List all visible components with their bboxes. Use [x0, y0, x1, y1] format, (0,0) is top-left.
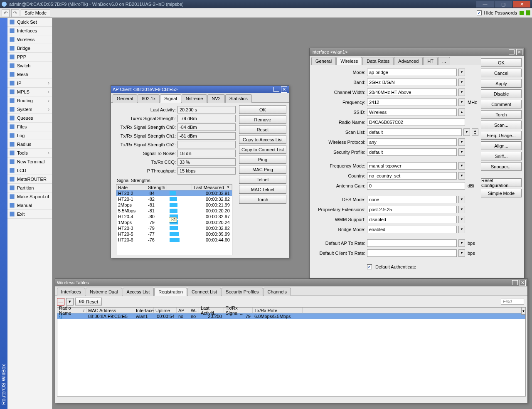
- table-row[interactable]: HT20-1-8200:00:32.82: [116, 196, 232, 202]
- sidebar-item-radius[interactable]: Radius: [7, 140, 52, 149]
- tab-signal[interactable]: Signal: [160, 94, 181, 103]
- registration-grid[interactable]: Radio Name /MAC AddressInterfaceUptimeAP…: [57, 307, 526, 397]
- table-row[interactable]: HT20-5-7700:00:39.99: [116, 231, 232, 237]
- sidebar-item-exit[interactable]: Exit: [7, 210, 52, 219]
- signal-strengths-grid[interactable]: RateStrengthLast Measured▼ HT20-2-8400:0…: [116, 184, 232, 255]
- column-header[interactable]: W...: [189, 308, 199, 313]
- field-input[interactable]: 20/40MHz HT Above: [367, 89, 457, 96]
- tab--[interactable]: ...: [438, 57, 450, 65]
- copy-to-access-list-button[interactable]: Copy to Access List: [239, 135, 286, 144]
- field-input[interactable]: manual txpower: [367, 162, 457, 170]
- tab-nstreme[interactable]: Nstreme: [182, 94, 207, 103]
- comment-button[interactable]: Comment: [481, 100, 522, 108]
- remove-button[interactable]: Remove: [239, 115, 286, 124]
- ok-button[interactable]: OK: [239, 105, 286, 114]
- mac-telnet-button[interactable]: MAC Telnet: [239, 185, 286, 194]
- tab-nstreme-dual[interactable]: Nstreme Dual: [86, 288, 122, 296]
- dropdown-icon[interactable]: ▼: [458, 89, 465, 96]
- sidebar-item-queues[interactable]: Queues: [7, 114, 52, 123]
- column-header[interactable]: Tx/Rx Rate: [253, 308, 303, 313]
- table-row[interactable]: HT20-6-7600:00:44.60: [116, 237, 232, 243]
- cancel-button[interactable]: Cancel: [481, 69, 522, 77]
- ok-button[interactable]: OK: [481, 58, 522, 67]
- close-button[interactable]: ✕: [513, 1, 530, 7]
- restore-icon[interactable]: [512, 280, 518, 285]
- field-input[interactable]: default: [367, 128, 462, 136]
- telnet-button[interactable]: Telnet: [239, 175, 286, 184]
- table-row[interactable]: HT20-3-7900:00:32.82: [116, 225, 232, 231]
- close-icon[interactable]: ✕: [281, 86, 287, 93]
- ap-client-title[interactable]: AP Client <88:30:8A:F9:CB:E5> ✕: [111, 86, 289, 93]
- close-icon[interactable]: ✕: [520, 280, 526, 286]
- ping-button[interactable]: Ping: [239, 155, 286, 164]
- field-input[interactable]: enabled: [367, 226, 457, 233]
- column-header[interactable]: Uptime: [154, 308, 177, 313]
- table-row[interactable]: 2Mbps-8100:00:21.99: [116, 202, 232, 208]
- tab-access-list[interactable]: Access List: [123, 288, 154, 296]
- updown-icon[interactable]: ▲▼: [472, 128, 478, 136]
- redo-button[interactable]: ↷: [11, 9, 19, 17]
- hide-passwords-checkbox[interactable]: ✔: [477, 10, 482, 15]
- undo-button[interactable]: ↶: [2, 9, 10, 17]
- dropdown-icon[interactable]: ▼: [458, 196, 465, 203]
- sidebar-item-files[interactable]: Files: [7, 123, 52, 131]
- simple-mode-button[interactable]: Simple Mode: [481, 189, 522, 197]
- columns-button[interactable]: ▼: [521, 307, 526, 315]
- sidebar-item-mpls[interactable]: MPLS: [7, 88, 52, 96]
- dropdown-icon[interactable]: ▼: [463, 128, 470, 136]
- field-input[interactable]: any: [367, 138, 457, 146]
- sidebar-item-tools[interactable]: Tools: [7, 149, 52, 158]
- table-row[interactable]: ⟨⟩88:30:8A:F9:CB:E5wlan100:00:54nono20.2…: [57, 313, 525, 319]
- dropdown-icon[interactable]: ▼: [458, 79, 465, 86]
- field-input[interactable]: 2412: [367, 99, 457, 106]
- field-input[interactable]: disabled: [367, 216, 457, 223]
- scan--button[interactable]: Scan...: [481, 121, 522, 129]
- tab-ht[interactable]: HT: [423, 57, 438, 65]
- tab-data-rates[interactable]: Data Rates: [362, 57, 394, 65]
- tab-802-1x[interactable]: 802.1x: [138, 94, 160, 103]
- sidebar-item-bridge[interactable]: Bridge: [7, 44, 52, 53]
- column-header[interactable]: AP: [177, 308, 189, 313]
- dropdown-icon[interactable]: ▼: [458, 138, 465, 146]
- apply-button[interactable]: Apply: [481, 79, 522, 88]
- close-icon[interactable]: ✕: [516, 49, 522, 55]
- remove-button[interactable]: —: [57, 298, 64, 306]
- default-authenticate-checkbox[interactable]: ✔: [367, 264, 372, 269]
- torch-button[interactable]: Torch: [239, 195, 286, 204]
- down-icon[interactable]: ▼: [458, 249, 465, 257]
- field-input[interactable]: [367, 239, 457, 247]
- sidebar-item-partition[interactable]: Partition: [7, 184, 52, 192]
- sidebar-item-metarouter[interactable]: MetaROUTER: [7, 175, 52, 184]
- restore-icon[interactable]: [509, 49, 515, 54]
- sidebar-item-mesh[interactable]: Mesh: [7, 70, 52, 79]
- filter-button[interactable]: ▾: [66, 298, 74, 306]
- dropdown-icon[interactable]: ▼: [458, 172, 465, 180]
- sidebar-item-interfaces[interactable]: Interfaces: [7, 27, 52, 35]
- field-input[interactable]: Wireless: [367, 108, 457, 116]
- disable-button[interactable]: Disable: [481, 89, 522, 98]
- minimize-button[interactable]: —: [476, 1, 494, 7]
- interface-title[interactable]: Interface <wlan1> ✕: [310, 48, 524, 56]
- field-input[interactable]: 0: [367, 182, 465, 190]
- sidebar-item-routing[interactable]: Routing: [7, 96, 52, 105]
- down-icon[interactable]: ▼: [458, 239, 465, 247]
- restore-icon[interactable]: [273, 87, 279, 92]
- field-input[interactable]: default: [367, 148, 457, 156]
- sidebar-item-new-terminal[interactable]: New Terminal: [7, 158, 52, 166]
- dropdown-icon[interactable]: ▼: [458, 162, 465, 170]
- field-input[interactable]: 2GHz-B/G/N: [367, 79, 457, 86]
- tab-registration[interactable]: Registration: [154, 288, 187, 296]
- field-input[interactable]: D4CA6D857C02: [367, 118, 465, 126]
- tab-statistics[interactable]: Statistics: [225, 94, 252, 103]
- sidebar-item-ppp[interactable]: PPP: [7, 53, 52, 62]
- tab-general[interactable]: General: [113, 94, 137, 103]
- snooper--button[interactable]: Snooper...: [481, 162, 522, 171]
- table-row[interactable]: 5.5Mbps-8100:00:20.20: [116, 208, 232, 214]
- reset-button[interactable]: 00Reset: [75, 298, 102, 306]
- sidebar-item-quick-set[interactable]: Quick Set: [7, 18, 52, 27]
- sniff--button[interactable]: Sniff...: [481, 152, 522, 160]
- dropdown-icon[interactable]: ▼: [458, 216, 465, 223]
- safe-mode-button[interactable]: Safe Mode: [21, 9, 50, 17]
- sidebar-item-wireless[interactable]: Wireless: [7, 35, 52, 44]
- field-input[interactable]: none: [367, 196, 457, 203]
